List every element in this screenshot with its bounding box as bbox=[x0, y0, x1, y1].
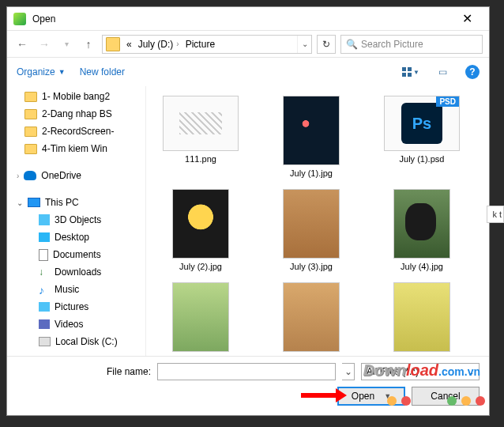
breadcrumb-label: Picture bbox=[186, 39, 215, 50]
objects-icon bbox=[39, 214, 50, 225]
toolbar: Organize ▼ New folder ▼ ▭ ? bbox=[7, 58, 489, 86]
sidebar-3dobjects[interactable]: 3D Objects bbox=[7, 211, 145, 229]
sidebar-documents[interactable]: Documents bbox=[7, 246, 145, 263]
forward-button[interactable]: → bbox=[36, 36, 53, 53]
dialog-footer: File name: ⌄ All Files (*.*) ⌄ Open ▼ Ca… bbox=[7, 356, 489, 415]
back-button[interactable]: ← bbox=[13, 36, 31, 53]
recent-dropdown[interactable]: ▾ bbox=[58, 36, 75, 53]
thumbnail bbox=[283, 189, 340, 259]
file-item[interactable]: July (1).jpg bbox=[260, 93, 363, 181]
thumbnail bbox=[393, 189, 450, 259]
chevron-down-icon: ▼ bbox=[58, 68, 66, 76]
thumbnail bbox=[172, 189, 229, 259]
folder-icon bbox=[24, 92, 37, 102]
sidebar-folder[interactable]: 1- Mobile bang2 bbox=[7, 88, 145, 105]
search-icon: 🔍 bbox=[346, 39, 358, 50]
refresh-button[interactable]: ↻ bbox=[317, 35, 336, 54]
video-icon bbox=[39, 319, 50, 329]
filter-label: All Files (*.*) bbox=[367, 366, 419, 377]
thumbnail bbox=[172, 282, 229, 352]
file-item[interactable]: July (2).jpg bbox=[149, 186, 252, 274]
file-label: July (4).jpg bbox=[401, 262, 443, 271]
file-item[interactable]: July (9).jpg bbox=[370, 279, 473, 356]
thumbnail bbox=[283, 282, 340, 352]
file-item[interactable]: July (7).jpg bbox=[260, 279, 363, 356]
filetype-filter[interactable]: All Files (*.*) ⌄ bbox=[361, 363, 480, 380]
chevron-down-icon: ⌄ bbox=[468, 368, 474, 376]
window-title: Open bbox=[32, 13, 451, 25]
breadcrumb-item[interactable]: July (D:) › bbox=[135, 36, 182, 53]
dialog-body: 1- Mobile bang2 2-Dang nhap BS 2-RecordS… bbox=[7, 86, 489, 356]
filename-input[interactable] bbox=[157, 363, 336, 380]
sidebar-thispc[interactable]: ⌄This PC bbox=[7, 194, 145, 211]
sidebar-folder[interactable]: 4-Tim kiem Win bbox=[7, 140, 145, 157]
open-dialog: Open ✕ ← → ▾ ↑ « July (D:) › Picture ⌄ ↻… bbox=[6, 6, 490, 416]
music-icon bbox=[39, 284, 50, 295]
collapse-icon: ⌄ bbox=[17, 198, 23, 207]
file-item[interactable]: July (5).jpg bbox=[149, 279, 252, 356]
file-label: July (3).jpg bbox=[290, 262, 333, 271]
view-details-button[interactable]: ▭ bbox=[434, 63, 451, 81]
folder-icon bbox=[24, 144, 37, 154]
expand-icon: › bbox=[17, 172, 19, 180]
sidebar-onedrive[interactable]: ›OneDrive bbox=[7, 167, 145, 184]
open-button[interactable]: Open ▼ bbox=[337, 387, 405, 406]
filename-label: File name: bbox=[17, 366, 151, 377]
sidebar-pictures[interactable]: Pictures bbox=[7, 298, 145, 316]
breadcrumb-prefix[interactable]: « bbox=[123, 36, 135, 53]
download-icon bbox=[39, 266, 50, 278]
file-list: 111.png July (1).jpg PSDPsJuly (1).psd J… bbox=[146, 86, 489, 356]
photoshop-icon: Ps bbox=[401, 103, 442, 144]
search-placeholder: Search Picture bbox=[361, 39, 423, 50]
address-dropdown[interactable]: ⌄ bbox=[297, 36, 311, 53]
background-text: k t bbox=[487, 206, 504, 223]
file-label: July (1).jpg bbox=[290, 168, 333, 178]
file-item[interactable]: July (4).jpg bbox=[370, 186, 473, 274]
cancel-button[interactable]: Cancel bbox=[412, 387, 480, 406]
folder-icon bbox=[24, 127, 37, 137]
app-icon bbox=[13, 13, 26, 25]
file-label: July (1).psd bbox=[400, 154, 445, 164]
file-item[interactable]: July (3).jpg bbox=[260, 186, 363, 274]
chevron-right-icon: › bbox=[176, 40, 179, 48]
folder-icon bbox=[24, 109, 37, 119]
file-item[interactable]: 111.png bbox=[149, 93, 252, 181]
thumbnail: PSDPs bbox=[384, 96, 460, 151]
thumbnail bbox=[393, 282, 450, 352]
filename-dropdown[interactable]: ⌄ bbox=[342, 363, 355, 380]
breadcrumb-item[interactable]: Picture bbox=[182, 36, 218, 53]
help-icon[interactable]: ? bbox=[465, 65, 480, 79]
file-label: 111.png bbox=[185, 154, 216, 164]
pc-icon bbox=[28, 198, 40, 207]
address-bar[interactable]: « July (D:) › Picture ⌄ bbox=[102, 35, 312, 54]
thumbnail bbox=[283, 96, 340, 165]
navbar: ← → ▾ ↑ « July (D:) › Picture ⌄ ↻ 🔍 Sear… bbox=[7, 31, 489, 58]
sidebar-localdisk-c[interactable]: Local Disk (C:) bbox=[7, 333, 145, 350]
psd-badge: PSD bbox=[436, 96, 459, 107]
sidebar-music[interactable]: Music bbox=[7, 281, 145, 298]
picture-icon bbox=[39, 302, 50, 312]
sidebar-downloads[interactable]: Downloads bbox=[7, 263, 145, 281]
new-folder-button[interactable]: New folder bbox=[80, 66, 125, 77]
sidebar-folder[interactable]: 2-RecordScreen- bbox=[7, 123, 145, 140]
sidebar: 1- Mobile bang2 2-Dang nhap BS 2-RecordS… bbox=[7, 86, 146, 356]
file-item[interactable]: PSDPsJuly (1).psd bbox=[370, 93, 473, 181]
view-large-button[interactable]: ▼ bbox=[402, 63, 419, 81]
sidebar-videos[interactable]: Videos bbox=[7, 316, 145, 333]
document-icon bbox=[39, 249, 48, 261]
file-label: July (2).jpg bbox=[179, 262, 222, 271]
organize-button[interactable]: Organize ▼ bbox=[17, 66, 66, 77]
up-button[interactable]: ↑ bbox=[80, 36, 97, 53]
split-chevron-icon: ▼ bbox=[384, 392, 391, 400]
close-button[interactable]: ✕ bbox=[451, 7, 483, 30]
thumbnail bbox=[163, 96, 239, 151]
folder-icon bbox=[106, 37, 120, 51]
search-input[interactable]: 🔍 Search Picture bbox=[340, 35, 483, 54]
onedrive-icon bbox=[24, 171, 36, 180]
disk-icon bbox=[39, 337, 51, 346]
sidebar-folder[interactable]: 2-Dang nhap BS bbox=[7, 105, 145, 123]
breadcrumb-label: July (D:) bbox=[138, 39, 174, 50]
sidebar-desktop[interactable]: Desktop bbox=[7, 229, 145, 246]
desktop-icon bbox=[39, 232, 50, 242]
titlebar: Open ✕ bbox=[7, 7, 489, 31]
